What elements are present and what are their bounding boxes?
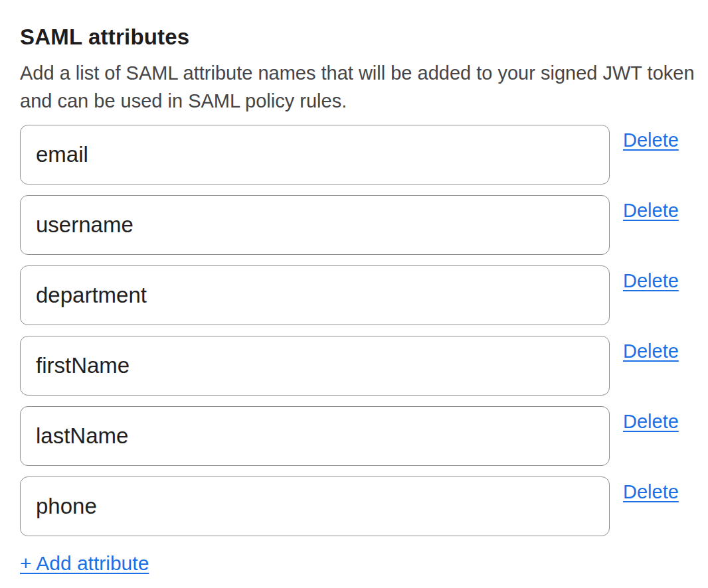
attribute-name-input[interactable] xyxy=(20,477,610,536)
description-line-2: and can be used in SAML policy rules. xyxy=(20,87,688,115)
attribute-name-input[interactable] xyxy=(20,406,610,466)
saml-attributes-section: SAML attributes Add a list of SAML attri… xyxy=(20,24,688,575)
add-attribute-link[interactable]: + Add attribute xyxy=(20,551,149,575)
attribute-name-input[interactable] xyxy=(20,265,610,325)
delete-attribute-link[interactable]: Delete xyxy=(623,199,679,222)
attribute-row: Delete xyxy=(20,125,688,184)
delete-attribute-link[interactable]: Delete xyxy=(623,410,679,433)
delete-attribute-link[interactable]: Delete xyxy=(623,129,679,151)
attribute-row: Delete xyxy=(20,477,688,536)
delete-attribute-link[interactable]: Delete xyxy=(623,340,679,362)
attribute-list: Delete Delete Delete Delete Delete Delet… xyxy=(20,125,688,536)
attribute-row: Delete xyxy=(20,265,688,325)
attribute-name-input[interactable] xyxy=(20,336,610,396)
section-description: Add a list of SAML attribute names that … xyxy=(20,59,688,115)
attribute-row: Delete xyxy=(20,336,688,396)
attribute-name-input[interactable] xyxy=(20,195,610,255)
delete-attribute-link[interactable]: Delete xyxy=(623,269,679,292)
attribute-row: Delete xyxy=(20,406,688,466)
attribute-name-input[interactable] xyxy=(20,125,610,184)
description-line-1: Add a list of SAML attribute names that … xyxy=(20,59,688,87)
delete-attribute-link[interactable]: Delete xyxy=(623,480,679,503)
attribute-row: Delete xyxy=(20,195,688,255)
section-title: SAML attributes xyxy=(20,24,688,50)
